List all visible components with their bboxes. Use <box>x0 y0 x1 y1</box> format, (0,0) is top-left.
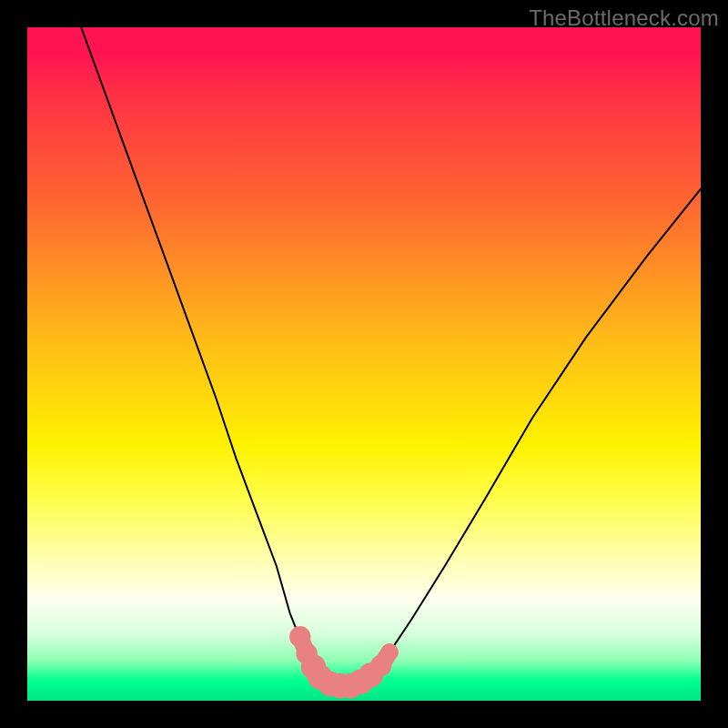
highlight-point <box>380 643 398 661</box>
chart-svg <box>27 27 701 701</box>
bottleneck-curve <box>81 27 701 687</box>
plot-area <box>27 27 701 701</box>
chart-frame: TheBottleneck.com <box>0 0 728 728</box>
